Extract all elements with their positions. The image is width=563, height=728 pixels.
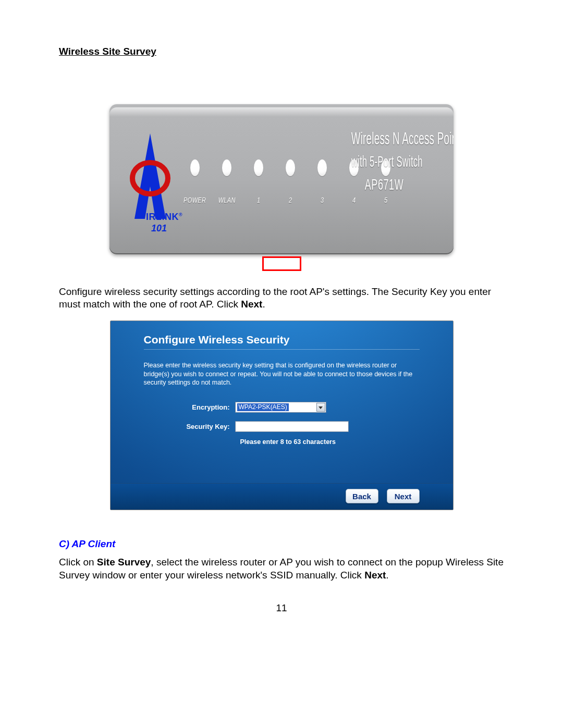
configure-wireless-security-panel: Configure Wireless Security Please enter… (110, 320, 454, 511)
security-key-input[interactable] (235, 421, 349, 432)
page-number: 11 (0, 602, 563, 614)
product-name-line1: Wireless N Access Point (351, 128, 418, 149)
product-title-block: Wireless N Access Point with 5-Port Swit… (324, 128, 444, 193)
brand-name: IRLINK® (146, 212, 182, 223)
panel-description: Please enter the wireless security key s… (144, 361, 420, 388)
security-key-label: Security Key: (144, 423, 235, 430)
led-wlan: WLAN (219, 159, 234, 204)
instruction-paragraph-1: Configure wireless security settings acc… (59, 286, 504, 311)
encryption-select-wrap[interactable]: WPA2-PSK(AES) WPA2-PSK(AES) (235, 402, 326, 413)
back-button[interactable]: Back (346, 489, 378, 503)
led-port-1: 1 (251, 159, 266, 204)
led-indicator-icon (190, 159, 200, 176)
led-label: 3 (321, 196, 324, 204)
panel-footer: Back Next (111, 483, 453, 510)
brand-logo: IRLINK® 101 (119, 130, 181, 229)
security-key-hint: Please enter 8 to 63 characters (240, 438, 336, 446)
encryption-label: Encryption: (144, 403, 235, 411)
section-heading: Wireless Site Survey (59, 46, 504, 57)
section-c-heading: C) AP Client (59, 538, 504, 550)
led-label: 1 (257, 196, 260, 204)
led-label: 4 (352, 196, 356, 204)
led-indicator-icon (222, 159, 231, 176)
callout-highlight-box (262, 256, 301, 271)
led-power: POWER (188, 159, 202, 204)
product-name-line2: with 5-Port Switch (351, 153, 418, 170)
led-label: 5 (384, 196, 387, 204)
divider (144, 349, 420, 350)
encryption-select[interactable]: WPA2-PSK(AES) (235, 402, 326, 413)
led-label: WLAN (218, 196, 235, 204)
device-front-panel: IRLINK® 101 POWER WLAN 1 (109, 104, 454, 254)
brand-sub: 101 (151, 223, 167, 234)
led-label: 2 (289, 196, 292, 204)
led-port-2: 2 (283, 159, 298, 204)
led-indicator-icon (286, 159, 295, 176)
led-label: POWER (183, 196, 206, 204)
next-button[interactable]: Next (387, 489, 420, 503)
panel-title: Configure Wireless Security (144, 334, 420, 346)
product-model: AP671W (348, 176, 420, 193)
device-figure: IRLINK® 101 POWER WLAN 1 (109, 104, 454, 272)
instruction-paragraph-2: Click on Site Survey, select the wireles… (59, 556, 504, 582)
led-indicator-icon (254, 159, 263, 176)
